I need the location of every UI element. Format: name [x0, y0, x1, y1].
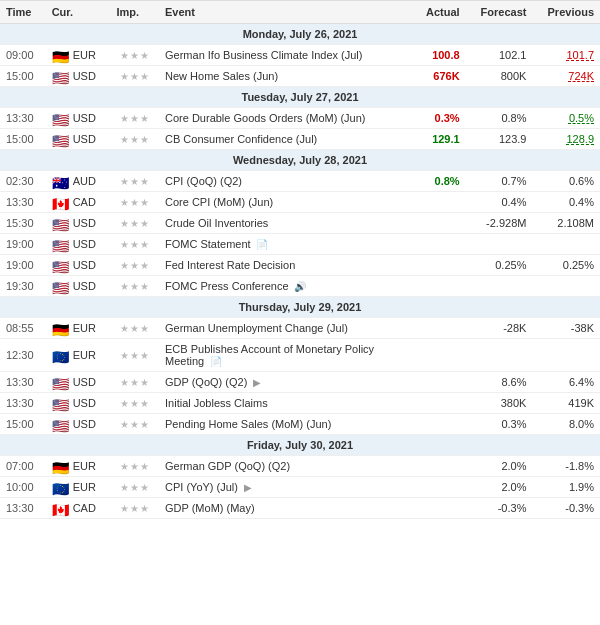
event-cell: FOMC Press Conference 🔊 [159, 276, 413, 297]
importance-cell: ★★★ [111, 234, 159, 255]
currency-label: USD [73, 70, 96, 82]
event-icon: 🔊 [292, 281, 307, 292]
importance-stars: ★★★ [120, 503, 150, 514]
currency-label: EUR [73, 49, 96, 61]
event-icon: 📄 [254, 239, 269, 250]
flag-icon: 🇨🇦 [52, 502, 70, 514]
importance-stars: ★★★ [120, 461, 150, 472]
table-row: 02:30🇦🇺AUD★★★CPI (QoQ) (Q2)0.8%0.7%0.6% [0, 171, 600, 192]
col-previous: Previous [532, 1, 600, 24]
forecast-cell: 800K [466, 66, 533, 87]
importance-cell: ★★★ [111, 498, 159, 519]
event-cell: German GDP (QoQ) (Q2) [159, 456, 413, 477]
previous-cell: -38K [532, 318, 600, 339]
importance-cell: ★★★ [111, 318, 159, 339]
day-header-row: Wednesday, July 28, 2021 [0, 150, 600, 171]
forecast-cell: 0.7% [466, 171, 533, 192]
importance-stars: ★★★ [120, 50, 150, 61]
economic-calendar: Time Cur. Imp. Event Actual Forecast Pre… [0, 0, 600, 519]
col-currency: Cur. [46, 1, 111, 24]
time-cell: 19:30 [0, 276, 46, 297]
currency-label: USD [73, 280, 96, 292]
previous-cell [532, 234, 600, 255]
event-cell: CB Consumer Confidence (Jul) [159, 129, 413, 150]
flag-icon: 🇺🇸 [52, 259, 70, 271]
time-cell: 09:00 [0, 45, 46, 66]
forecast-cell: -28K [466, 318, 533, 339]
time-cell: 07:00 [0, 456, 46, 477]
flag-icon: 🇪🇺 [52, 349, 70, 361]
forecast-cell [466, 234, 533, 255]
actual-cell: 0.8% [413, 171, 466, 192]
importance-stars: ★★★ [120, 281, 150, 292]
importance-cell: ★★★ [111, 108, 159, 129]
actual-cell [413, 192, 466, 213]
forecast-cell: 123.9 [466, 129, 533, 150]
flag-icon: 🇺🇸 [52, 238, 70, 250]
importance-cell: ★★★ [111, 393, 159, 414]
flag-icon: 🇺🇸 [52, 280, 70, 292]
table-row: 15:30🇺🇸USD★★★Crude Oil Inventories-2.928… [0, 213, 600, 234]
table-row: 13:30🇨🇦CAD★★★Core CPI (MoM) (Jun)0.4%0.4… [0, 192, 600, 213]
importance-stars: ★★★ [120, 377, 150, 388]
event-icon: 📄 [207, 356, 222, 367]
currency-cell: 🇺🇸USD [46, 213, 111, 234]
currency-label: EUR [73, 322, 96, 334]
importance-cell: ★★★ [111, 255, 159, 276]
actual-cell [413, 213, 466, 234]
forecast-cell: 0.3% [466, 414, 533, 435]
flag-icon: 🇪🇺 [52, 481, 70, 493]
time-cell: 13:30 [0, 192, 46, 213]
importance-stars: ★★★ [120, 239, 150, 250]
time-cell: 13:30 [0, 108, 46, 129]
col-event: Event [159, 1, 413, 24]
forecast-cell: 8.6% [466, 372, 533, 393]
flag-icon: 🇺🇸 [52, 133, 70, 145]
currency-label: EUR [73, 460, 96, 472]
importance-stars: ★★★ [120, 176, 150, 187]
forecast-cell: 102.1 [466, 45, 533, 66]
col-forecast: Forecast [466, 1, 533, 24]
forecast-cell [466, 276, 533, 297]
event-cell: FOMC Statement 📄 [159, 234, 413, 255]
col-importance: Imp. [111, 1, 159, 24]
event-cell: GDP (QoQ) (Q2) ▶ [159, 372, 413, 393]
actual-cell [413, 414, 466, 435]
flag-icon: 🇺🇸 [52, 418, 70, 430]
importance-cell: ★★★ [111, 276, 159, 297]
table-row: 13:30🇺🇸USD★★★GDP (QoQ) (Q2) ▶8.6%6.4% [0, 372, 600, 393]
currency-label: CAD [73, 196, 96, 208]
table-row: 15:00🇺🇸USD★★★New Home Sales (Jun)676K800… [0, 66, 600, 87]
table-row: 09:00🇩🇪EUR★★★German Ifo Business Climate… [0, 45, 600, 66]
event-cell: Fed Interest Rate Decision [159, 255, 413, 276]
currency-cell: 🇦🇺AUD [46, 171, 111, 192]
importance-cell: ★★★ [111, 414, 159, 435]
event-icon: ▶ [250, 377, 261, 388]
actual-cell [413, 255, 466, 276]
table-row: 15:00🇺🇸USD★★★Pending Home Sales (MoM) (J… [0, 414, 600, 435]
currency-label: USD [73, 133, 96, 145]
day-header-row: Thursday, July 29, 2021 [0, 297, 600, 318]
actual-cell [413, 318, 466, 339]
importance-cell: ★★★ [111, 456, 159, 477]
previous-cell: 419K [532, 393, 600, 414]
event-cell: CPI (YoY) (Jul) ▶ [159, 477, 413, 498]
event-cell: Crude Oil Inventories [159, 213, 413, 234]
currency-cell: 🇨🇦CAD [46, 192, 111, 213]
currency-cell: 🇺🇸USD [46, 372, 111, 393]
importance-stars: ★★★ [120, 260, 150, 271]
currency-cell: 🇺🇸USD [46, 129, 111, 150]
table-row: 13:30🇨🇦CAD★★★GDP (MoM) (May)-0.3%-0.3% [0, 498, 600, 519]
importance-stars: ★★★ [120, 197, 150, 208]
flag-icon: 🇺🇸 [52, 376, 70, 388]
currency-label: USD [73, 418, 96, 430]
importance-stars: ★★★ [120, 398, 150, 409]
actual-cell [413, 456, 466, 477]
flag-icon: 🇦🇺 [52, 175, 70, 187]
actual-cell [413, 372, 466, 393]
event-cell: Initial Jobless Claims [159, 393, 413, 414]
importance-stars: ★★★ [120, 113, 150, 124]
actual-cell [413, 234, 466, 255]
previous-cell [532, 276, 600, 297]
actual-cell [413, 498, 466, 519]
